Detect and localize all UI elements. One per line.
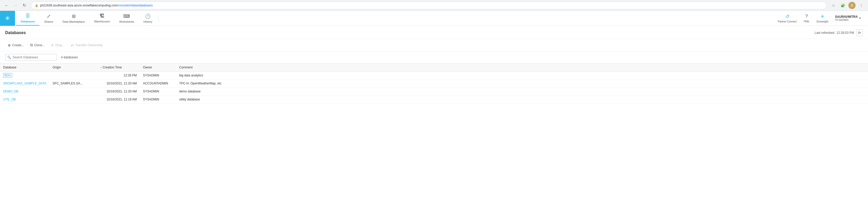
history-icon: 🕐 (145, 13, 151, 19)
col-header-creation-time[interactable]: ↓ Creation Time (96, 64, 140, 71)
snowsight-icon: ✳ (820, 14, 824, 20)
col-header-owner: Owner (140, 64, 176, 71)
partner-connect-label: Partner Connect (778, 20, 797, 23)
last-refreshed-label: Last refreshed (814, 31, 834, 35)
create-button[interactable]: ⊕ Create... (5, 42, 27, 48)
nav-separator (158, 14, 158, 22)
page-title: Databases (5, 31, 26, 35)
profile-avatar[interactable]: S (848, 2, 856, 9)
col-header-database: Database (0, 64, 50, 71)
creation-time-cell: 10/16/2021, 11:19 AM (96, 96, 140, 104)
help-icon: ? (805, 14, 808, 19)
browser-chrome: ← → ↻ 🔒 ph21638.southeast-asia.azure.sno… (0, 0, 868, 11)
sort-arrow-icon: ↓ (100, 66, 102, 69)
comment-cell: utility database (176, 96, 868, 104)
transfer-icon: ⇄ (71, 43, 74, 47)
bookmark-button[interactable]: ☆ (830, 2, 837, 9)
databases-icon: 🗄 (26, 13, 30, 19)
comment-cell: big data analytics (176, 71, 868, 79)
refresh-button[interactable]: ⟳ (856, 29, 863, 36)
help-label: Help (804, 20, 809, 23)
owner-cell: ACCOUNTADMIN (140, 79, 176, 88)
search-input[interactable] (5, 54, 57, 61)
marketplace-icon: ⊞ (72, 13, 76, 19)
creation-time-cell: 10/16/2021, 11:20 AM (96, 79, 140, 88)
search-row: 🔍 4 databases (0, 52, 868, 63)
clone-icon: ⧉ (30, 43, 33, 47)
owner-cell: SYSADMIN (140, 88, 176, 96)
address-url: ph21638.southeast-asia.azure.snowflakeco… (40, 4, 153, 7)
tab-warehouses[interactable]: 🏗 Warehouses (89, 11, 115, 26)
database-link[interactable]: SNOWFLAKE_SAMPLE_DATA (3, 81, 46, 85)
tab-history-label: History (144, 20, 152, 23)
origin-cell (50, 96, 96, 104)
create-icon: ⊕ (8, 43, 11, 47)
worksheets-icon: ⌨ (123, 13, 130, 19)
back-button[interactable]: ← (3, 2, 10, 9)
nav-tabs: 🗄 Databases ⤢ Shares ⊞ Data Marketplace … (15, 11, 775, 26)
owner-cell: SYSADMIN (140, 96, 176, 104)
extensions-button[interactable]: 🧩 (839, 2, 846, 9)
origin-cell (50, 71, 96, 79)
toolbar: ⊕ Create... ⧉ Clone... ✕ Drop... ⇄ Trans… (0, 39, 868, 52)
help-button[interactable]: ? Help (801, 12, 812, 24)
user-info: SAURAVMITRA SYSADMIN (835, 15, 858, 22)
origin-cell (50, 88, 96, 96)
snowflake-logo[interactable]: ✳ (0, 11, 15, 26)
tab-warehouses-label: Warehouses (94, 20, 110, 23)
search-input-wrapper: 🔍 (5, 54, 57, 61)
shares-icon: ⤢ (47, 13, 51, 19)
user-chevron-icon: ▼ (859, 17, 861, 20)
tab-shares-label: Shares (44, 20, 53, 23)
database-link[interactable]: UTIL_DB (3, 98, 16, 101)
browser-nav-buttons: ← → ↻ (3, 2, 28, 9)
menu-button[interactable]: ⋮ (858, 2, 865, 9)
table-row[interactable]: DEMO_DB10/16/2021, 11:20 AMSYSADMINdemo … (0, 88, 868, 96)
reload-button[interactable]: ↻ (21, 2, 28, 9)
user-section[interactable]: SAURAVMITRA SYSADMIN ▼ (832, 13, 864, 23)
partner-connect-button[interactable]: ↺ Partner Connect (775, 12, 800, 25)
drop-button[interactable]: ✕ Drop... (48, 42, 67, 48)
creation-time-cell: 12:28 PM (96, 71, 140, 79)
transfer-ownership-label: Transfer Ownership (75, 43, 102, 47)
snowsight-button[interactable]: ✳ Snowsight (813, 12, 831, 25)
tab-data-marketplace-label: Data Marketplace (63, 20, 85, 23)
tab-databases[interactable]: 🗄 Databases (16, 11, 39, 26)
clone-button[interactable]: ⧉ Clone... (28, 41, 47, 48)
transfer-ownership-button[interactable]: ⇄ Transfer Ownership (68, 42, 105, 48)
drop-icon: ✕ (51, 43, 54, 47)
table-row[interactable]: UTIL_DB10/16/2021, 11:19 AMSYSADMINutili… (0, 96, 868, 104)
tab-data-marketplace[interactable]: ⊞ Data Marketplace (58, 11, 89, 26)
creation-time-cell: 10/16/2021, 11:20 AM (96, 88, 140, 96)
drop-label: Drop... (55, 43, 65, 47)
partner-connect-icon: ↺ (785, 14, 789, 20)
tab-history[interactable]: 🕐 History (139, 11, 157, 26)
browser-actions: ☆ 🧩 S ⋮ (830, 2, 865, 9)
tab-worksheets[interactable]: ⌨ Worksheets (115, 11, 139, 26)
db-count: 4 databases (61, 56, 78, 59)
header-right: ↺ Partner Connect ? Help ✳ Snowsight SAU… (775, 12, 868, 25)
last-refreshed-time: 12:28:03 PM (836, 31, 854, 35)
databases-table: Database Origin ↓ Creation Time Owner Co… (0, 63, 868, 104)
table-row[interactable]: BDA12:28 PMSYSADMINbig data analytics (0, 71, 868, 79)
col-header-comment: Comment (176, 64, 868, 71)
address-bar[interactable]: 🔒 ph21638.southeast-asia.azure.snowflake… (31, 2, 827, 9)
tab-databases-label: Databases (21, 20, 35, 23)
create-label: Create... (12, 43, 24, 47)
lock-icon: 🔒 (35, 4, 38, 7)
owner-cell: SYSADMIN (140, 71, 176, 79)
last-refreshed: Last refreshed 12:28:03 PM ⟳ (814, 29, 863, 36)
col-header-origin: Origin (50, 64, 96, 71)
origin-cell: SFC_SAMPLES.SA... (50, 79, 96, 88)
database-link[interactable]: BDA (3, 73, 12, 78)
page-header: Databases Last refreshed 12:28:03 PM ⟳ (0, 26, 868, 39)
tab-shares[interactable]: ⤢ Shares (39, 11, 58, 26)
table-row[interactable]: SNOWFLAKE_SAMPLE_DATASFC_SAMPLES.SA...10… (0, 79, 868, 88)
search-icon: 🔍 (7, 56, 11, 59)
forward-button[interactable]: → (12, 2, 19, 9)
database-link[interactable]: DEMO_DB (3, 90, 18, 93)
comment-cell: demo database (176, 88, 868, 96)
main-content: Databases Last refreshed 12:28:03 PM ⟳ ⊕… (0, 26, 868, 104)
comment-cell: TPC-H, OpenWeatherMap, etc (176, 79, 868, 88)
user-role: SYSADMIN (835, 19, 848, 22)
